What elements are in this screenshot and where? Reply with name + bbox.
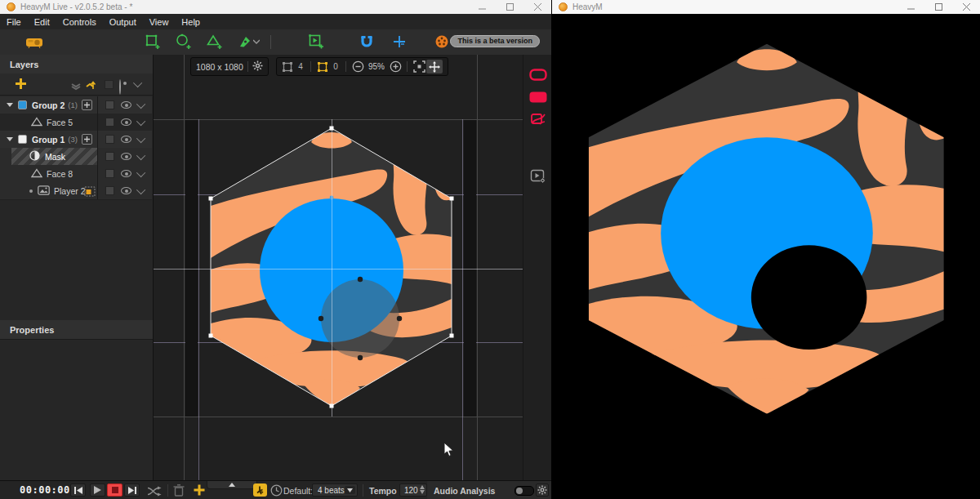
zoom-out-button[interactable]	[350, 60, 365, 73]
skip-to-start-button[interactable]	[70, 483, 86, 497]
add-triangle-button[interactable]	[205, 33, 225, 51]
color-palette-button[interactable]	[432, 33, 452, 51]
skip-to-end-button[interactable]	[124, 483, 140, 497]
player-settings-icon[interactable]	[529, 169, 547, 184]
selected-face-hexagon[interactable]	[184, 119, 478, 417]
play-button[interactable]	[90, 483, 105, 497]
expander-icon[interactable]	[7, 103, 13, 107]
sequence-outline-icon[interactable]	[529, 67, 547, 82]
resolution-settings-gear-icon[interactable]	[252, 60, 263, 73]
visibility-toggle[interactable]	[121, 101, 131, 109]
title-bar[interactable]: HeavyM Live - v2.0.5.2 beta - *	[0, 0, 551, 15]
layer-row-face-5[interactable]: Face 5	[0, 114, 152, 131]
solo-checkbox[interactable]	[105, 169, 114, 178]
add-to-group-button[interactable]	[82, 134, 92, 145]
magnet-snap-button[interactable]	[357, 33, 376, 51]
solo-checkbox[interactable]	[105, 152, 114, 161]
visibility-toggle[interactable]	[121, 153, 131, 160]
stop-button[interactable]	[107, 483, 122, 497]
layer-row-mask[interactable]: Mask	[0, 148, 152, 166]
minimize-button[interactable]	[897, 0, 924, 14]
zoom-level[interactable]: 95%	[365, 62, 388, 71]
pen-tool-dropdown-icon[interactable]	[252, 33, 261, 51]
add-to-group-button[interactable]	[82, 100, 92, 110]
solo-column-icon[interactable]	[105, 80, 114, 89]
guides-gray-count: 4	[295, 62, 306, 71]
visibility-toggle[interactable]	[121, 136, 131, 143]
zoom-in-button[interactable]	[388, 60, 403, 73]
maximize-button[interactable]	[496, 0, 523, 14]
custom-guides-icon[interactable]	[315, 61, 330, 73]
layer-label: Face 5	[47, 118, 73, 127]
layer-row-group-1[interactable]: Group 1 (3)	[0, 131, 152, 149]
row-chevron-icon[interactable]	[136, 133, 145, 142]
sequences-strip	[523, 55, 551, 480]
row-chevron-icon[interactable]	[136, 167, 145, 176]
projection-output	[552, 14, 980, 499]
solo-checkbox[interactable]	[105, 100, 114, 109]
audio-settings-button[interactable]	[536, 483, 549, 497]
add-layer-button[interactable]	[15, 78, 27, 93]
spinner-arrows-icon[interactable]	[420, 485, 425, 494]
visibility-toggle[interactable]	[121, 187, 131, 194]
resolution-label[interactable]: 1080 x 1080	[196, 62, 243, 72]
add-ellipse-button[interactable]	[174, 33, 194, 51]
timeline-expand-tab[interactable]	[207, 481, 257, 489]
add-quad-button[interactable]	[143, 33, 163, 51]
shuffle-button[interactable]	[147, 485, 162, 499]
expander-icon[interactable]	[7, 137, 13, 141]
visibility-column-icon[interactable]	[119, 79, 121, 95]
projector-icon[interactable]	[24, 33, 44, 51]
sequence-filled-icon[interactable]	[529, 90, 547, 105]
close-button[interactable]	[952, 0, 980, 14]
crosshair-guides-button[interactable]	[390, 33, 409, 51]
add-player-button[interactable]	[306, 33, 326, 51]
move-layer-up-icon[interactable]	[85, 78, 96, 93]
menu-view[interactable]: View	[143, 17, 176, 27]
main-toolbar: This is a beta version	[0, 29, 551, 56]
menu-file[interactable]: File	[0, 17, 28, 27]
audio-analysis-toggle[interactable]	[514, 486, 534, 496]
layer-label: Mask	[45, 152, 65, 162]
output-guides-icon[interactable]	[280, 61, 295, 73]
visibility-toggle[interactable]	[121, 170, 131, 177]
close-button[interactable]	[523, 0, 551, 14]
mapping-canvas[interactable]: 1080 x 1080 4 0 95%	[154, 55, 523, 480]
solo-checkbox[interactable]	[105, 135, 114, 144]
transport-bar: 00:00:00 Default: 4 beats Tempo 120	[0, 480, 551, 499]
add-sequence-button[interactable]	[194, 484, 205, 499]
tap-tempo-button[interactable]	[253, 483, 267, 497]
row-chevron-icon[interactable]	[136, 116, 145, 125]
row-chevron-icon[interactable]	[136, 185, 145, 194]
default-label: Default:	[283, 486, 313, 496]
solo-checkbox[interactable]	[105, 118, 114, 127]
group-color-swatch[interactable]	[18, 135, 27, 144]
row-chevron-icon[interactable]	[136, 99, 145, 108]
layer-row-player-2[interactable]: Player 2	[0, 182, 152, 200]
default-beats-dropdown[interactable]: 4 beats	[312, 483, 358, 497]
fit-view-button[interactable]	[412, 60, 426, 73]
visibility-toggle[interactable]	[121, 118, 131, 126]
layer-row-group-2[interactable]: Group 2 (1)	[0, 96, 152, 114]
menu-controls[interactable]: Controls	[56, 17, 103, 27]
menu-output[interactable]: Output	[103, 17, 143, 27]
menu-help[interactable]: Help	[175, 17, 207, 27]
solo-checkbox[interactable]	[105, 186, 114, 195]
metronome-clock-icon[interactable]	[270, 484, 283, 499]
heavym-output-window: HeavyM	[552, 0, 980, 499]
layer-row-face-8[interactable]: Face 8	[0, 165, 152, 183]
delete-sequence-button[interactable]	[173, 484, 185, 499]
menu-edit[interactable]: Edit	[28, 17, 56, 27]
heavym-live-window: HeavyM Live - v2.0.5.2 beta - * File Edi…	[0, 0, 551, 499]
minimize-button[interactable]	[468, 0, 496, 14]
maximize-button[interactable]	[924, 0, 952, 14]
pan-tool-button[interactable]	[426, 60, 443, 74]
media-fit-icon[interactable]	[84, 185, 96, 200]
row-chevron-icon[interactable]	[136, 150, 145, 159]
group-color-swatch[interactable]	[18, 100, 27, 109]
collapse-column-icon[interactable]	[133, 78, 142, 87]
tempo-spinner[interactable]: 120	[399, 483, 427, 497]
effects-icon[interactable]	[529, 112, 547, 127]
output-title-bar[interactable]: HeavyM	[552, 0, 980, 15]
move-layer-down-icon[interactable]	[70, 79, 82, 94]
